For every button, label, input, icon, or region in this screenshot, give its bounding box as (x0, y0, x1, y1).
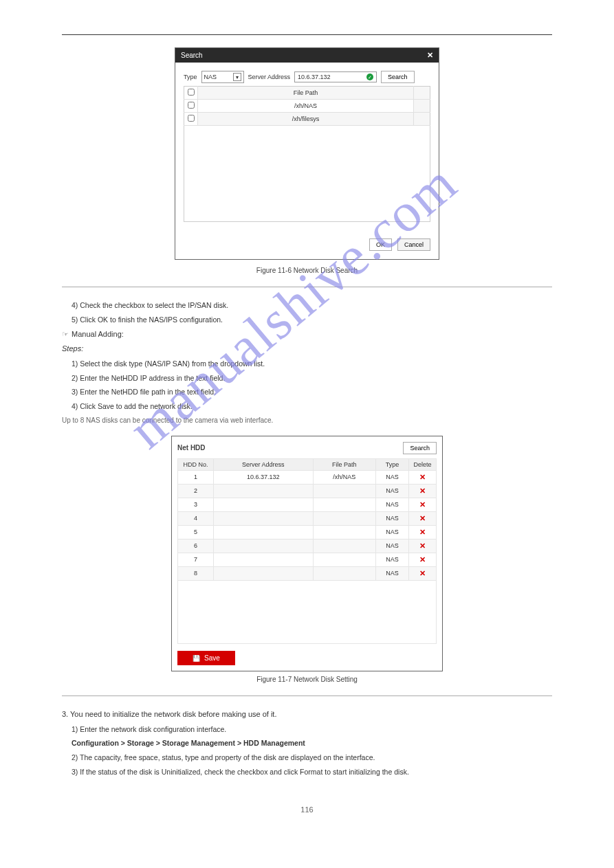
file-path-cell: /xh/NAS (198, 100, 414, 113)
server-addr-input[interactable]: 10.6.37.132 (294, 71, 377, 82)
manual-heading: Manual Adding: (62, 329, 552, 341)
table-row[interactable]: /xh/filesys (184, 113, 430, 126)
cell[interactable] (313, 566, 375, 580)
cell: 5 (178, 525, 214, 539)
cell[interactable] (313, 498, 375, 511)
cell[interactable]: NAS (376, 553, 409, 566)
col-server-addr: Server Address (214, 458, 314, 470)
hdd-row[interactable]: 6NAS✕ (178, 539, 437, 553)
hdd-row[interactable]: 8NAS✕ (178, 566, 437, 580)
note-text: Up to 8 NAS disks can be connected to th… (62, 415, 552, 426)
hdd-table: HDD No. Server Address File Path Type De… (177, 458, 437, 581)
cancel-button[interactable]: Cancel (397, 238, 430, 251)
step-text: 4) Click Save to add the network disk. (62, 401, 552, 412)
cell[interactable] (313, 525, 375, 539)
cell[interactable] (313, 511, 375, 525)
cell[interactable]: NAS (376, 484, 409, 498)
hdd-row[interactable]: 4NAS✕ (178, 511, 437, 525)
col-type: Type (376, 458, 409, 470)
delete-icon[interactable]: ✕ (419, 487, 426, 495)
server-addr-label: Server Address (248, 74, 291, 80)
chevron-down-icon[interactable]: ▾ (233, 73, 241, 81)
cell[interactable] (313, 553, 375, 566)
hdd-row[interactable]: 7NAS✕ (178, 553, 437, 566)
cell[interactable] (313, 484, 375, 498)
dialog-titlebar: Search ✕ (175, 48, 439, 63)
check-icon (366, 74, 373, 80)
cell: 8 (178, 566, 214, 580)
cell: 2 (178, 484, 214, 498)
type-value: NAS (204, 74, 233, 80)
col-delete: Delete (409, 458, 437, 470)
cell[interactable]: 10.6.37.132 (214, 470, 314, 484)
cell[interactable]: NAS (376, 566, 409, 580)
save-button[interactable]: Save (177, 651, 235, 665)
step-text: 3. You need to initialize the network di… (62, 709, 552, 721)
nav-path: Configuration > Storage > Storage Manage… (62, 737, 552, 749)
cell[interactable] (214, 539, 314, 553)
type-label: Type (184, 74, 197, 80)
delete-icon[interactable]: ✕ (419, 500, 426, 509)
table-empty-area (177, 581, 437, 644)
delete-icon[interactable]: ✕ (419, 514, 426, 522)
figure-caption-1: Figure 11-6 Network Disk Search (62, 267, 552, 274)
search-dialog: Search ✕ Type NAS ▾ Server Address 10.6.… (175, 47, 439, 260)
step-text: 3) If the status of the disk is Uninitia… (62, 766, 552, 778)
table-row[interactable]: /xh/NAS (184, 100, 430, 113)
step-text: 2) The capacity, free space, status, typ… (62, 752, 552, 764)
row-checkbox[interactable] (188, 115, 195, 122)
hdd-row[interactable]: 2NAS✕ (178, 484, 437, 498)
step-text: 5) Click OK to finish the NAS/IPS config… (62, 314, 552, 326)
body-text: 4) Check the checkbox to select the IP/S… (62, 300, 552, 426)
ok-button[interactable]: OK (369, 238, 392, 251)
cell[interactable] (313, 539, 375, 553)
delete-icon[interactable]: ✕ (419, 528, 426, 536)
delete-icon[interactable]: ✕ (419, 542, 426, 550)
search-results-table: File Path /xh/NAS /xh/filesys (184, 86, 430, 126)
cell: 1 (178, 470, 214, 484)
cell[interactable]: /xh/NAS (313, 470, 375, 484)
col-hdd-no: HDD No. (178, 458, 214, 470)
step-text: 1) Enter the network disk configuration … (62, 724, 552, 735)
delete-icon[interactable]: ✕ (419, 555, 426, 564)
cell: 7 (178, 553, 214, 566)
cell[interactable] (214, 553, 314, 566)
net-hdd-panel: Net HDD Search HDD No. Server Address Fi… (171, 436, 443, 671)
page-number: 116 (62, 805, 552, 814)
hdd-row[interactable]: 5NAS✕ (178, 525, 437, 539)
save-label: Save (204, 654, 220, 662)
cell[interactable] (214, 511, 314, 525)
delete-icon[interactable]: ✕ (419, 473, 426, 481)
search-button[interactable]: Search (381, 71, 415, 83)
dialog-title: Search (181, 52, 203, 59)
delete-icon[interactable]: ✕ (419, 569, 426, 577)
hdd-row[interactable]: 110.6.37.132/xh/NASNAS✕ (178, 470, 437, 484)
cell[interactable] (214, 525, 314, 539)
col-file-path: File Path (198, 87, 414, 100)
close-icon[interactable]: ✕ (427, 51, 433, 60)
step-text: 4) Check the checkbox to select the IP/S… (62, 300, 552, 311)
type-select[interactable]: NAS ▾ (201, 71, 244, 83)
step-text: 2) Enter the NetHDD IP address in the te… (62, 372, 552, 384)
col-file-path: File Path (313, 458, 375, 470)
divider (62, 695, 552, 696)
select-all-checkbox[interactable] (188, 89, 195, 96)
cell[interactable] (214, 484, 314, 498)
cell[interactable]: NAS (376, 511, 409, 525)
cell: 3 (178, 498, 214, 511)
cell[interactable]: NAS (376, 498, 409, 511)
cell[interactable]: NAS (376, 525, 409, 539)
cell[interactable]: NAS (376, 539, 409, 553)
cell[interactable]: NAS (376, 470, 409, 484)
cell[interactable] (214, 566, 314, 580)
save-icon (193, 654, 200, 662)
top-rule (62, 34, 552, 35)
cell: 6 (178, 539, 214, 553)
steps-label: Steps: (62, 343, 552, 355)
file-path-cell: /xh/filesys (198, 113, 414, 126)
panel-search-button[interactable]: Search (403, 442, 437, 454)
step-text: 3) Enter the NetHDD file path in the tex… (62, 386, 552, 398)
row-checkbox[interactable] (188, 102, 195, 109)
hdd-row[interactable]: 3NAS✕ (178, 498, 437, 511)
cell[interactable] (214, 498, 314, 511)
